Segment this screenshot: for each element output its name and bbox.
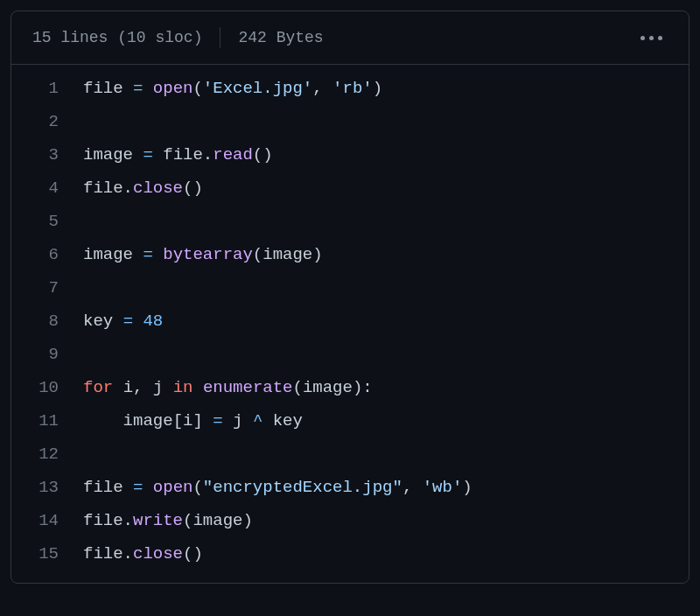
line-content: file = open("encryptedExcel.jpg", 'wb') (83, 471, 689, 504)
code-header: 15 lines (10 sloc) 242 Bytes (11, 11, 689, 65)
line-number[interactable]: 10 (11, 371, 83, 404)
code-line: 13file = open("encryptedExcel.jpg", 'wb'… (11, 471, 689, 504)
line-number[interactable]: 4 (11, 172, 83, 205)
line-number[interactable]: 15 (11, 537, 83, 570)
more-menu-button[interactable] (635, 31, 668, 46)
line-content: file.write(image) (83, 504, 689, 537)
line-number[interactable]: 13 (11, 471, 83, 504)
code-line: 7 (11, 271, 689, 304)
code-line: 14file.write(image) (11, 504, 689, 537)
line-content: image = bytearray(image) (83, 238, 689, 271)
kebab-dot-icon (649, 36, 654, 40)
line-number[interactable]: 8 (11, 304, 83, 338)
code-line: 1file = open('Excel.jpg', 'rb') (11, 72, 689, 105)
line-number[interactable]: 5 (11, 205, 83, 238)
line-number[interactable]: 3 (11, 138, 83, 172)
kebab-dot-icon (658, 36, 662, 40)
header-divider (220, 27, 220, 48)
code-line: 10for i, j in enumerate(image): (11, 371, 689, 404)
line-content: image = file.read() (83, 138, 689, 172)
line-content: file = open('Excel.jpg', 'rb') (83, 72, 689, 105)
kebab-dot-icon (640, 36, 645, 40)
code-body: 1file = open('Excel.jpg', 'rb')23image =… (11, 65, 689, 583)
code-line: 5 (11, 205, 689, 238)
line-content: image[i] = j ^ key (83, 404, 689, 438)
code-line: 15file.close() (11, 537, 689, 570)
code-viewer: 15 lines (10 sloc) 242 Bytes 1file = ope… (10, 10, 690, 584)
file-size: 242 Bytes (238, 29, 323, 46)
line-number[interactable]: 6 (11, 238, 83, 271)
header-info: 15 lines (10 sloc) 242 Bytes (32, 27, 324, 48)
line-number[interactable]: 7 (11, 271, 83, 304)
line-content: for i, j in enumerate(image): (83, 371, 689, 404)
code-line: 2 (11, 105, 689, 138)
line-number[interactable]: 9 (11, 338, 83, 371)
lines-count: 15 lines (10 sloc) (32, 29, 202, 46)
code-line: 11 image[i] = j ^ key (11, 404, 689, 438)
code-line: 9 (11, 338, 689, 371)
code-line: 4file.close() (11, 172, 689, 205)
line-number[interactable]: 14 (11, 504, 83, 537)
line-content: key = 48 (83, 304, 689, 338)
line-number[interactable]: 11 (11, 404, 83, 438)
code-line: 12 (11, 438, 689, 471)
line-number[interactable]: 2 (11, 105, 83, 138)
line-content: file.close() (83, 172, 689, 205)
line-content: file.close() (83, 537, 689, 570)
code-line: 6image = bytearray(image) (11, 238, 689, 271)
code-line: 3image = file.read() (11, 138, 689, 172)
line-number[interactable]: 1 (11, 72, 83, 105)
line-number[interactable]: 12 (11, 438, 83, 471)
code-line: 8key = 48 (11, 304, 689, 338)
